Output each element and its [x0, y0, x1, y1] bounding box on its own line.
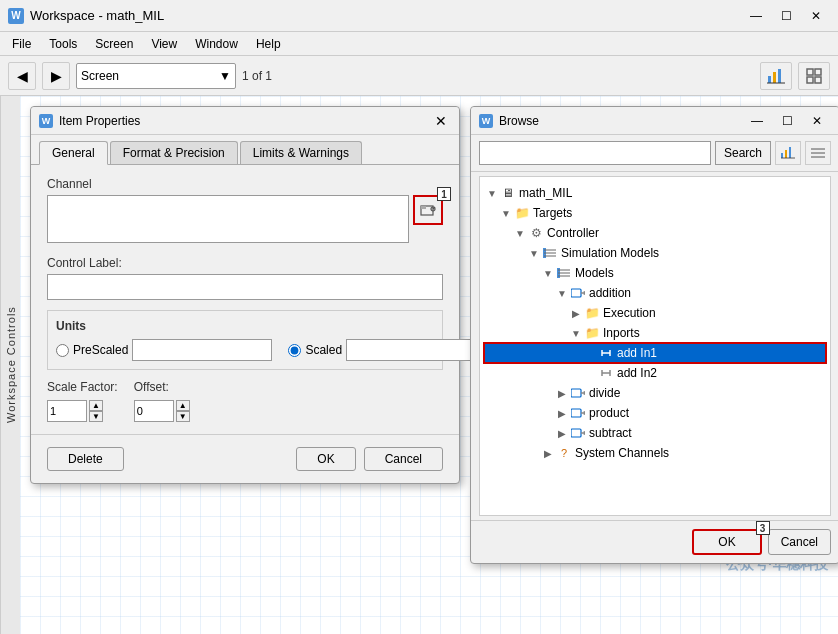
tree-label-product: product [589, 406, 629, 420]
close-button[interactable]: ✕ [802, 6, 830, 26]
menu-screen[interactable]: Screen [87, 35, 141, 53]
tree-item-Simulation Models[interactable]: ▼ Simulation Models [484, 243, 826, 263]
tree-label-subtract: subtract [589, 426, 632, 440]
item-props-ok-button[interactable]: OK [296, 447, 355, 471]
browse-minimize-button[interactable]: — [743, 111, 771, 131]
chart-button[interactable] [760, 62, 792, 90]
tree-item-System Channels[interactable]: ▶?System Channels [484, 443, 826, 463]
tree-toggle-subtract[interactable]: ▶ [554, 425, 570, 441]
browse-search-button[interactable]: Search [715, 141, 771, 165]
browse-maximize-button[interactable]: ☐ [773, 111, 801, 131]
main-canvas: W Item Properties ✕ General Format & Pre… [20, 96, 838, 634]
browse-list-button[interactable] [805, 141, 831, 165]
svg-point-38 [583, 391, 585, 395]
grid-button[interactable] [798, 62, 830, 90]
toolbar-right [760, 62, 830, 90]
tree-item-subtract[interactable]: ▶ subtract [484, 423, 826, 443]
channel-input[interactable] [47, 195, 409, 243]
tree-item-Models[interactable]: ▼ Models [484, 263, 826, 283]
tab-general[interactable]: General [39, 141, 108, 165]
screen-dropdown[interactable]: Screen ▼ [76, 63, 236, 89]
dropdown-arrow-icon: ▼ [219, 69, 231, 83]
offset-down-button[interactable]: ▼ [176, 411, 190, 422]
tree-toggle-divide[interactable]: ▶ [554, 385, 570, 401]
scaled-radio[interactable] [288, 344, 301, 357]
browse-title: Browse [499, 114, 539, 128]
tree-toggle-Controller[interactable]: ▼ [512, 225, 528, 241]
tab-format-precision[interactable]: Format & Precision [110, 141, 238, 164]
browse-chart-button[interactable] [775, 141, 801, 165]
scale-down-button[interactable]: ▼ [89, 411, 103, 422]
tree-toggle-math_MIL[interactable]: ▼ [484, 185, 500, 201]
browse-chart-icon [781, 147, 795, 159]
tree-toggle-System Channels[interactable]: ▶ [540, 445, 556, 461]
tree-item-math_MIL[interactable]: ▼🖥math_MIL [484, 183, 826, 203]
tree-toggle-product[interactable]: ▶ [554, 405, 570, 421]
screen-value: Screen [81, 69, 119, 83]
tree-icon-divide [570, 386, 586, 400]
tab-limits-warnings[interactable]: Limits & Warnings [240, 141, 362, 164]
control-label-input[interactable] [47, 274, 443, 300]
scale-up-button[interactable]: ▲ [89, 400, 103, 411]
tree-item-Inports[interactable]: ▼📁Inports [484, 323, 826, 343]
scaled-input[interactable] [346, 339, 486, 361]
offset-up-button[interactable]: ▲ [176, 400, 190, 411]
svg-rect-6 [807, 77, 813, 83]
tree-toggle-Models[interactable]: ▼ [540, 265, 556, 281]
svg-rect-42 [571, 429, 581, 437]
tree-icon-Simulation Models [542, 246, 558, 260]
tree-toggle-addition[interactable]: ▼ [554, 285, 570, 301]
menu-help[interactable]: Help [248, 35, 289, 53]
tree-item-Targets[interactable]: ▼📁Targets [484, 203, 826, 223]
delete-button[interactable]: Delete [47, 447, 124, 471]
menu-tools[interactable]: Tools [41, 35, 85, 53]
browse-cancel-button[interactable]: Cancel [768, 529, 831, 555]
browse-footer: OK 3 Cancel [471, 520, 838, 563]
menu-window[interactable]: Window [187, 35, 246, 53]
forward-button[interactable]: ▶ [42, 62, 70, 90]
browse-ok-wrapper: OK 3 [692, 529, 761, 555]
step-1-badge: 1 [437, 187, 451, 201]
browse-title-bar: W Browse — ☐ ✕ [471, 107, 838, 135]
tree-toggle-Targets[interactable]: ▼ [498, 205, 514, 221]
tree-item-product[interactable]: ▶ product [484, 403, 826, 423]
tree-label-Controller: Controller [547, 226, 599, 240]
tree-item-add_In2[interactable]: add In2 [484, 363, 826, 383]
item-props-cancel-button[interactable]: Cancel [364, 447, 443, 471]
item-properties-icon: W [39, 114, 53, 128]
back-button[interactable]: ◀ [8, 62, 36, 90]
menu-file[interactable]: File [4, 35, 39, 53]
tree-item-add_In1[interactable]: add In1 [484, 343, 826, 363]
browse-close-button[interactable]: ✕ [803, 111, 831, 131]
grid-icon [806, 68, 822, 84]
maximize-button[interactable]: ☐ [772, 6, 800, 26]
tree-label-Models: Models [575, 266, 614, 280]
menu-view[interactable]: View [143, 35, 185, 53]
prescaled-label: PreScaled [73, 343, 128, 357]
browse-search-input[interactable] [479, 141, 711, 165]
tree-toggle-Execution[interactable]: ▶ [568, 305, 584, 321]
item-properties-dialog: W Item Properties ✕ General Format & Pre… [30, 106, 460, 484]
tree-item-Controller[interactable]: ▼⚙Controller [484, 223, 826, 243]
minimize-button[interactable]: — [742, 6, 770, 26]
svg-rect-27 [571, 289, 581, 297]
tree-toggle-Simulation Models[interactable]: ▼ [526, 245, 542, 261]
menu-bar: File Tools Screen View Window Help [0, 32, 838, 56]
tree-item-Execution[interactable]: ▶📁Execution [484, 303, 826, 323]
browse-ok-button[interactable]: OK [692, 529, 761, 555]
tree-item-divide[interactable]: ▶ divide [484, 383, 826, 403]
tree-item-addition[interactable]: ▼ addition [484, 283, 826, 303]
offset-label: Offset: [134, 380, 190, 394]
browse-list-icon [811, 147, 825, 159]
offset-group: Offset: ▲ ▼ [134, 380, 190, 422]
content-area: Workspace Controls W Item Properties ✕ [0, 96, 838, 634]
scale-input[interactable] [47, 400, 87, 422]
prescaled-radio[interactable] [56, 344, 69, 357]
browse-tree-view[interactable]: ▼🖥math_MIL▼📁Targets▼⚙Controller▼ Simulat… [479, 176, 831, 516]
tree-icon-Targets: 📁 [514, 206, 530, 220]
browse-title-left: W Browse [479, 114, 539, 128]
item-properties-close-button[interactable]: ✕ [431, 111, 451, 131]
tree-toggle-Inports[interactable]: ▼ [568, 325, 584, 341]
prescaled-input[interactable] [132, 339, 272, 361]
offset-input[interactable] [134, 400, 174, 422]
